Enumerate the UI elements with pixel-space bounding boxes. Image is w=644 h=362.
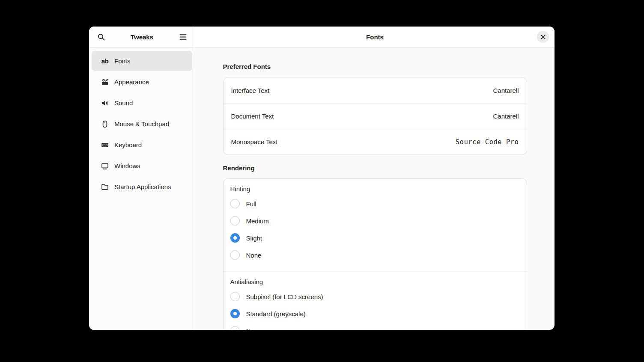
sidebar-item-label: Startup Applications [114,183,171,190]
document-text-row[interactable]: Document Text Cantarell [224,103,527,129]
close-button[interactable] [537,31,549,43]
tweaks-window: Tweaks ab Fonts Appearance [89,27,555,330]
font-row-label: Document Text [231,113,274,120]
antialiasing-section: Antialiasing Subpixel (for LCD screens) … [224,271,527,330]
menu-button[interactable] [176,30,189,43]
radio-button[interactable] [230,216,240,226]
preferred-fonts-heading: Preferred Fonts [223,63,527,70]
radio-label: Subpixel (for LCD screens) [246,293,323,300]
antialiasing-option-standard[interactable]: Standard (greyscale) [230,305,520,322]
radio-button[interactable] [230,292,240,301]
sidebar: Tweaks ab Fonts Appearance [89,27,195,330]
hinting-option-none[interactable]: None [230,246,520,264]
search-icon [98,33,105,41]
app-title: Tweaks [131,33,153,41]
sidebar-item-label: Windows [114,162,140,169]
sidebar-item-label: Keyboard [114,141,142,148]
hamburger-menu-icon [179,34,187,40]
preferred-fonts-card: Interface Text Cantarell Document Text C… [223,77,527,155]
sidebar-header: Tweaks [89,27,195,47]
page-title: Fonts [366,33,384,41]
antialiasing-title: Antialiasing [230,277,520,287]
sidebar-item-windows[interactable]: Windows [92,156,192,176]
interface-text-row[interactable]: Interface Text Cantarell [224,77,527,103]
sound-icon [101,99,109,107]
mouse-icon [101,120,109,128]
font-row-value: Cantarell [493,113,519,120]
sidebar-item-label: Mouse & Touchpad [114,120,169,128]
appearance-icon [101,78,109,86]
sidebar-item-label: Appearance [114,78,149,86]
settings-content: Preferred Fonts Interface Text Cantarell… [195,47,555,330]
monitor-icon [101,162,109,170]
font-row-label: Interface Text [231,87,270,94]
radio-label: None [246,327,262,330]
font-row-label: Monospace Text [231,138,278,145]
hinting-option-medium[interactable]: Medium [230,212,520,229]
close-icon [541,35,546,39]
monospace-text-row[interactable]: Monospace Text Source Code Pro [224,129,527,154]
search-button[interactable] [95,30,107,43]
sidebar-item-keyboard[interactable]: Keyboard [92,135,192,155]
font-row-value: Cantarell [493,87,519,94]
hinting-section: Hinting Full Medium Slight [224,179,527,271]
radio-button[interactable] [230,233,240,243]
sidebar-item-appearance[interactable]: Appearance [92,72,192,92]
font-row-value: Source Code Pro [456,138,519,146]
radio-label: Medium [246,217,269,225]
rendering-heading: Rendering [223,164,527,172]
rendering-card: Hinting Full Medium Slight [223,178,527,330]
fonts-icon: ab [101,57,109,65]
folder-icon [101,183,109,191]
sidebar-item-startup-applications[interactable]: Startup Applications [92,177,192,197]
hinting-option-slight[interactable]: Slight [230,229,520,246]
keyboard-icon [101,141,109,149]
sidebar-item-label: Fonts [114,57,131,65]
sidebar-item-fonts[interactable]: ab Fonts [92,51,192,71]
sidebar-item-label: Sound [114,99,133,107]
sidebar-item-mouse-touchpad[interactable]: Mouse & Touchpad [92,114,192,134]
antialiasing-option-none[interactable]: None [230,322,520,330]
antialiasing-option-subpixel[interactable]: Subpixel (for LCD screens) [230,288,520,305]
hinting-option-full[interactable]: Full [230,195,520,212]
hinting-title: Hinting [230,184,520,194]
radio-label: Slight [246,234,262,242]
radio-button[interactable] [230,199,240,208]
main-panel: Fonts Preferred Fonts Interface Text Can… [195,27,555,330]
radio-label: Full [246,200,256,208]
radio-button[interactable] [230,326,240,330]
sidebar-nav: ab Fonts Appearance Sound M [89,47,195,201]
main-header: Fonts [195,27,555,47]
sidebar-item-sound[interactable]: Sound [92,93,192,113]
radio-label: None [246,252,262,259]
radio-label: Standard (greyscale) [246,310,306,317]
radio-button[interactable] [230,309,240,318]
radio-button[interactable] [230,250,240,260]
